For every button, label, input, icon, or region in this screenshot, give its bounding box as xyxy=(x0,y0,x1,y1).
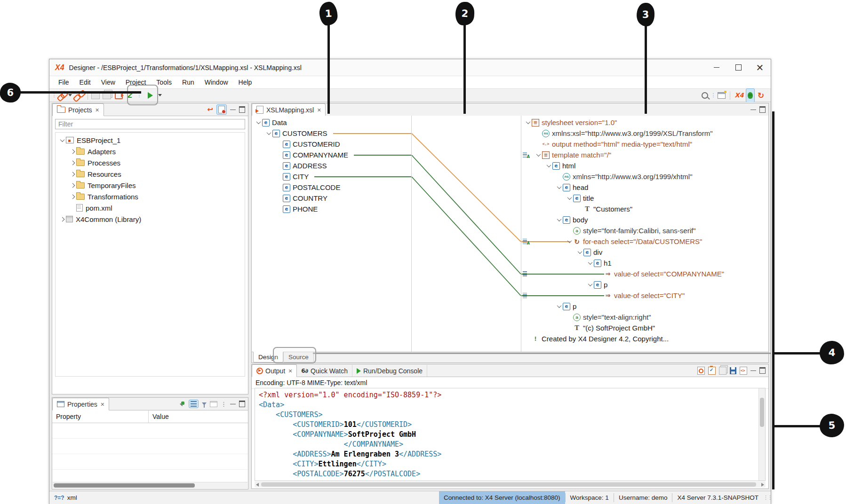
minimize-button[interactable] xyxy=(706,59,727,76)
menu-file[interactable]: File xyxy=(53,77,74,87)
expander-icon[interactable] xyxy=(58,136,66,144)
tree-row[interactable]: nsxmlns:xsl="http://www.w3.org/1999/XSL/… xyxy=(521,128,768,139)
tree-row[interactable]: ⇒value-of select="COMPANYNAME" xyxy=(521,268,768,279)
restore-panel-icon[interactable] xyxy=(759,367,766,374)
debug-perspective-button[interactable] xyxy=(746,88,755,102)
minimize-panel-icon[interactable] xyxy=(230,110,236,110)
tree-row[interactable]: eCOUNTRY xyxy=(252,193,411,204)
menu-edit[interactable]: Edit xyxy=(74,77,96,87)
save-all-button[interactable] xyxy=(101,90,113,101)
expander-icon[interactable] xyxy=(69,193,76,200)
x4-perspective-button[interactable]: X4 xyxy=(733,90,746,101)
copy-icon[interactable] xyxy=(719,367,726,375)
expander-icon[interactable] xyxy=(69,170,76,178)
tree-row[interactable]: eh1 xyxy=(521,258,768,268)
link-with-editor-icon[interactable]: ↩ xyxy=(207,105,213,114)
tab-design[interactable]: Design xyxy=(253,352,283,362)
tree-mode-button[interactable] xyxy=(189,400,199,408)
focus-active-file-button[interactable] xyxy=(216,104,227,115)
tree-row[interactable]: ebody xyxy=(521,214,768,225)
vertical-scrollbar[interactable] xyxy=(758,388,765,480)
scrollbar-thumb[interactable] xyxy=(760,398,764,427)
tree-row[interactable]: ⇒value-of select="CITY" xyxy=(521,290,768,301)
tree-row[interactable]: Processes xyxy=(56,157,245,168)
search-button[interactable] xyxy=(699,90,710,101)
tree-row[interactable]: Adapters xyxy=(56,146,245,157)
tab-quick-watch[interactable]: 6∂ Quick Watch xyxy=(297,365,352,377)
tree-row[interactable]: Transformations xyxy=(56,191,245,202)
maximize-panel-icon[interactable] xyxy=(239,106,245,113)
close-icon[interactable]: × xyxy=(96,107,99,113)
pin-icon[interactable] xyxy=(179,401,185,407)
tree-row[interactable]: astyle="font-family:Calibri, sans-serif" xyxy=(521,225,768,236)
tree-row[interactable]: ePHONE xyxy=(252,204,411,214)
close-icon[interactable]: × xyxy=(101,401,104,408)
tree-row[interactable]: ep xyxy=(521,279,768,290)
tree-row[interactable]: ediv xyxy=(521,247,768,258)
tree-row[interactable]: astyle="text-align:right" xyxy=(521,312,768,323)
maximize-panel-icon[interactable] xyxy=(759,106,766,113)
tree-row[interactable]: !Created by X4 Designer 4.2, Copyright..… xyxy=(521,333,768,344)
tree-row[interactable]: eData xyxy=(252,117,411,128)
save-button[interactable] xyxy=(90,90,101,101)
tree-row[interactable]: pom.xml xyxy=(56,202,245,213)
link-dropdown-icon[interactable] xyxy=(68,94,72,96)
menu-project[interactable]: Project xyxy=(120,77,152,87)
expander-icon[interactable] xyxy=(555,184,563,191)
find-in-output-icon[interactable] xyxy=(697,367,705,375)
tab-output[interactable]: Output × xyxy=(252,364,297,377)
validate-icon[interactable] xyxy=(708,367,716,375)
expander-icon[interactable] xyxy=(69,159,76,166)
filter-input[interactable] xyxy=(55,119,245,129)
refresh-button[interactable]: ↻ xyxy=(755,90,767,101)
tree-row[interactable]: ep xyxy=(521,301,768,312)
tree-row[interactable]: eCOMPANYNAME xyxy=(252,150,411,160)
table-icon[interactable] xyxy=(210,401,217,407)
tree-row[interactable]: X4Common (Library) xyxy=(56,213,245,225)
transform-button[interactable]: Z xyxy=(124,90,135,101)
expander-icon[interactable] xyxy=(576,249,583,256)
expander-icon[interactable] xyxy=(555,216,563,224)
menu-run[interactable]: Run xyxy=(177,77,200,87)
scroll-left-icon[interactable] xyxy=(256,483,259,487)
scrollbar-thumb[interactable] xyxy=(261,482,756,487)
horizontal-scrollbar[interactable] xyxy=(255,481,766,488)
tree-row[interactable]: etitle xyxy=(521,193,768,204)
tree-row[interactable]: TemporaryFiles xyxy=(56,180,245,191)
tree-row[interactable]: <.>output method="html" media-type="text… xyxy=(521,139,768,150)
expander-icon[interactable] xyxy=(58,215,66,223)
tree-row[interactable]: Resources xyxy=(56,168,245,180)
tab-properties[interactable]: Properties × xyxy=(52,398,109,410)
tab-run-debug-console[interactable]: Run/Debug Console xyxy=(352,365,427,377)
view-menu-icon[interactable]: ⋮ xyxy=(221,401,227,408)
close-icon[interactable]: × xyxy=(317,107,321,113)
column-property[interactable]: Property xyxy=(52,410,149,423)
expander-icon[interactable] xyxy=(566,195,573,202)
tree-row[interactable]: nsxmlns="http://www.w3.org/1999/xhtml" xyxy=(521,171,768,182)
expander-icon[interactable] xyxy=(255,119,262,126)
tree-row[interactable]: eCUSTOMERS xyxy=(252,128,411,139)
expander-icon[interactable] xyxy=(545,162,552,170)
filter-icon[interactable] xyxy=(202,402,207,405)
tab-source[interactable]: Source xyxy=(283,352,314,362)
mapping-canvas[interactable] xyxy=(412,116,521,352)
maximize-button[interactable] xyxy=(727,59,749,76)
expander-icon[interactable] xyxy=(555,303,563,310)
expander-icon[interactable] xyxy=(586,260,594,267)
column-value[interactable]: Value xyxy=(149,410,248,423)
tree-row[interactable]: eCUSTOMERID xyxy=(252,139,411,150)
redo-button[interactable] xyxy=(113,90,124,101)
open-perspective-button[interactable] xyxy=(715,90,727,101)
maximize-panel-icon[interactable] xyxy=(239,401,245,407)
output-code-area[interactable]: <?xml version="1.0" encoding="ISO-8859-1… xyxy=(255,388,766,481)
close-icon[interactable]: × xyxy=(288,368,292,374)
expander-icon[interactable] xyxy=(524,119,532,126)
scrollbar-thumb[interactable] xyxy=(54,483,195,488)
save-output-icon[interactable] xyxy=(730,367,736,374)
minimize-panel-icon[interactable] xyxy=(750,110,756,110)
menu-help[interactable]: Help xyxy=(233,77,257,87)
tree-row[interactable]: T"Customers" xyxy=(521,204,768,214)
expander-icon[interactable] xyxy=(265,130,272,137)
tab-projects[interactable]: Projects × xyxy=(52,103,104,116)
link-mapping-button[interactable] xyxy=(56,90,68,101)
